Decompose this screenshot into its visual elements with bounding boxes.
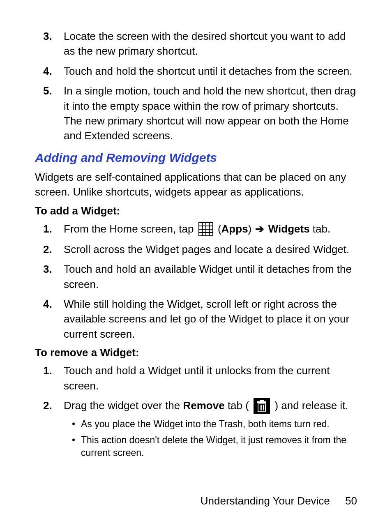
arrow-right-icon: ➔: [255, 223, 264, 235]
text-fragment: tab (: [225, 399, 249, 412]
list-number: 2.: [43, 242, 64, 257]
list-text: While still holding the Widget, scroll l…: [64, 297, 357, 341]
text-fragment: Drag the widget over the: [64, 399, 183, 412]
section-intro: Widgets are self-contained applications …: [35, 170, 357, 200]
list-item: 5. In a single motion, touch and hold th…: [43, 83, 357, 143]
apps-grid-icon: [198, 222, 213, 237]
list-number: 4.: [43, 64, 64, 78]
bullet-icon: •: [72, 434, 81, 459]
section-heading: Adding and Removing Widgets: [35, 151, 357, 165]
list-number: 2.: [43, 398, 64, 463]
list-item: 4. Touch and hold the shortcut until it …: [43, 64, 357, 78]
list-number: 4.: [43, 297, 64, 341]
list-number: 1.: [43, 363, 64, 393]
svg-rect-9: [260, 400, 264, 401]
list-number: 3.: [43, 262, 64, 292]
apps-label: Apps: [221, 223, 248, 235]
list-item: 3. Touch and hold an available Widget un…: [43, 262, 357, 292]
list-text: Touch and hold an available Widget until…: [64, 262, 357, 292]
trash-icon: [254, 398, 270, 414]
page-number: 50: [345, 495, 357, 507]
page-footer: Understanding Your Device 50: [201, 495, 357, 507]
list-text: Drag the widget over the Remove tab ( ) …: [64, 398, 357, 463]
text-fragment: ): [248, 223, 255, 235]
remove-label: Remove: [183, 399, 225, 412]
list-number: 1.: [43, 221, 64, 237]
sub-list-item: • As you place the Widget into the Trash…: [72, 418, 357, 431]
add-widget-heading: To add a Widget:: [35, 205, 357, 217]
list-text: From the Home screen, tap (Apps) ➔ Widge…: [64, 221, 357, 237]
list-item: 1. Touch and hold a Widget until it unlo…: [43, 363, 357, 393]
list-item: 3. Locate the screen with the desired sh…: [43, 29, 357, 59]
text-fragment: (: [218, 223, 221, 235]
widgets-label: Widgets: [268, 223, 310, 235]
list-number: 5.: [43, 83, 64, 143]
text-fragment: ) and release it.: [274, 399, 348, 412]
list-text: Touch and hold a Widget until it unlocks…: [64, 363, 357, 393]
top-ordered-list: 3. Locate the screen with the desired sh…: [43, 29, 357, 143]
sub-list-text: As you place the Widget into the Trash, …: [81, 418, 357, 431]
list-item: 4. While still holding the Widget, scrol…: [43, 297, 357, 341]
sub-bullet-list: • As you place the Widget into the Trash…: [72, 418, 357, 459]
list-text: Touch and hold the shortcut until it det…: [64, 64, 357, 78]
list-item: 2. Drag the widget over the Remove tab (…: [43, 398, 357, 463]
list-item: 1. From the Home screen, tap (Apps): [43, 221, 357, 237]
text-fragment: tab.: [310, 223, 331, 235]
list-text: Scroll across the Widget pages and locat…: [64, 242, 357, 257]
text-fragment: From the Home screen, tap: [64, 223, 197, 235]
remove-widget-heading: To remove a Widget:: [35, 346, 357, 359]
bullet-icon: •: [72, 418, 81, 431]
list-text: In a single motion, touch and hold the n…: [64, 83, 357, 143]
remove-widget-list: 1. Touch and hold a Widget until it unlo…: [43, 363, 357, 463]
footer-chapter-title: Understanding Your Device: [201, 495, 330, 507]
document-page: 3. Locate the screen with the desired sh…: [0, 0, 392, 463]
list-text: Locate the screen with the desired short…: [64, 29, 357, 59]
sub-list-item: • This action doesn't delete the Widget,…: [72, 434, 357, 459]
list-number: 3.: [43, 29, 64, 59]
add-widget-list: 1. From the Home screen, tap (Apps): [43, 221, 357, 342]
list-item: 2. Scroll across the Widget pages and lo…: [43, 242, 357, 257]
sub-list-text: This action doesn't delete the Widget, i…: [81, 434, 357, 459]
svg-rect-8: [257, 401, 266, 403]
